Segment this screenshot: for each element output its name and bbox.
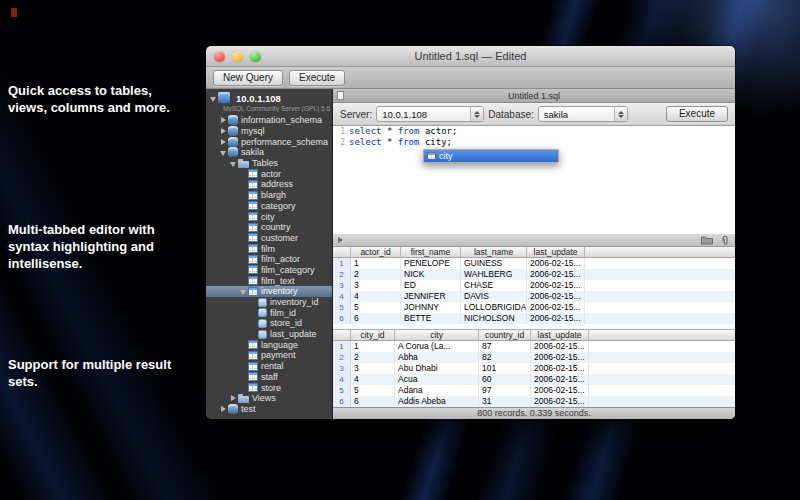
table-row[interactable]: 66BETTENICHOLSON2006-02-15... — [333, 313, 735, 324]
column-header[interactable]: first_name — [401, 247, 461, 258]
table-cell-filler — [585, 291, 735, 302]
table-icon — [248, 180, 258, 189]
tree-item-blargh[interactable]: blargh — [206, 190, 332, 201]
column-header[interactable]: city_id — [351, 330, 395, 341]
tree-item-performance_schema[interactable]: performance_schema — [206, 136, 332, 147]
tree-item-rental[interactable]: rental — [206, 361, 332, 372]
table-icon — [248, 212, 258, 221]
tree-item-film_id[interactable]: film_id — [206, 307, 332, 318]
tree-item-film_category[interactable]: film_category — [206, 265, 332, 276]
column-header[interactable]: last_name — [461, 247, 527, 258]
line-number: 1 — [333, 126, 349, 137]
tree-item-customer[interactable]: customer — [206, 233, 332, 244]
tree-item-sakila[interactable]: sakila — [206, 147, 332, 158]
table-row[interactable]: 44JENNIFERDAVIS2006-02-15... — [333, 291, 735, 302]
tree-item-actor[interactable]: actor — [206, 168, 332, 179]
row-number: 2 — [333, 352, 351, 363]
server-dropdown[interactable]: 10.0.1.108 — [376, 106, 484, 122]
autocomplete-item[interactable]: city — [424, 150, 558, 162]
disclosure-collapsed-icon[interactable] — [229, 394, 238, 403]
caption-quick-access: Quick access to tables, views, columns a… — [8, 82, 193, 116]
sql-editor[interactable]: 1select * from actor;2select * from city… — [333, 126, 735, 234]
disclosure-collapsed-icon[interactable] — [219, 127, 228, 136]
table-cell: CHASE — [461, 280, 527, 291]
column-header[interactable]: country_id — [479, 330, 531, 341]
table-row[interactable]: 44Acua602006-02-15... — [333, 374, 735, 385]
disclosure-expanded-icon[interactable] — [229, 159, 238, 168]
dropdown-arrows-icon — [614, 107, 627, 121]
tree-item-label: test — [241, 404, 256, 414]
column-header[interactable]: actor_id — [351, 247, 401, 258]
tree-item-country[interactable]: country — [206, 222, 332, 233]
table-row[interactable]: 66Addis Abeba312006-02-15... — [333, 396, 735, 407]
table-cell-filler — [585, 302, 735, 313]
table-icon — [248, 233, 258, 242]
app-window: Untitled 1.sql — Edited New Query Execut… — [206, 46, 735, 418]
tree-item-information_schema[interactable]: information_schema — [206, 115, 332, 126]
tree-item-Views[interactable]: Views — [206, 393, 332, 404]
tree-indent-spacer — [239, 362, 248, 371]
tree-item-inventory_id[interactable]: inventory_id — [206, 297, 332, 308]
window-titlebar[interactable]: Untitled 1.sql — Edited — [206, 46, 735, 67]
tree-item-language[interactable]: language — [206, 339, 332, 350]
table-row[interactable]: 11PENELOPEGUINESS2006-02-15... — [333, 258, 735, 269]
db-icon — [228, 404, 238, 414]
toolbar-execute-button[interactable]: Execute — [289, 70, 345, 86]
code-token: select — [349, 137, 382, 148]
table-cell: 60 — [479, 374, 531, 385]
tree-item-category[interactable]: category — [206, 201, 332, 212]
new-query-button[interactable]: New Query — [213, 70, 283, 86]
column-icon — [258, 319, 267, 328]
tree-item-film_actor[interactable]: film_actor — [206, 254, 332, 265]
table-row[interactable]: 33EDCHASE2006-02-15... — [333, 280, 735, 291]
table-row[interactable]: 33Abu Dhabi1012006-02-15... — [333, 363, 735, 374]
tree-item-payment[interactable]: payment — [206, 350, 332, 361]
disclosure-collapsed-icon[interactable] — [219, 137, 228, 146]
tree-indent-spacer — [239, 223, 248, 232]
tree-item-address[interactable]: address — [206, 179, 332, 190]
autocomplete-label: city — [439, 151, 453, 161]
server-tree-header[interactable]: 10.0.1.108 MySQL Community Server (GPL) … — [206, 89, 332, 113]
database-dropdown[interactable]: sakila — [538, 106, 628, 122]
tab-title[interactable]: Untitled 1.sql — [333, 91, 735, 101]
tree-item-film_text[interactable]: film_text — [206, 275, 332, 286]
tree-item-mysql[interactable]: mysql — [206, 126, 332, 137]
tree-item-inventory[interactable]: inventory — [206, 286, 332, 297]
table-cell: WAHLBERG — [461, 269, 527, 280]
disclosure-expanded-icon[interactable] — [219, 148, 228, 157]
paperclip-icon[interactable] — [720, 235, 730, 246]
editor-line[interactable]: 2select * from city; — [333, 137, 735, 148]
table-row[interactable]: 55Adana972006-02-15... — [333, 385, 735, 396]
table-row[interactable]: 22NICKWAHLBERG2006-02-15... — [333, 269, 735, 280]
tree-item-city[interactable]: city — [206, 211, 332, 222]
result-table: city_idcitycountry_idlast_update11A Coru… — [333, 329, 735, 407]
folder-icon[interactable] — [701, 236, 713, 245]
execute-query-button[interactable]: Execute — [666, 106, 728, 122]
table-row[interactable]: 11A Corua (La...872006-02-15... — [333, 341, 735, 352]
column-header[interactable]: last_update — [531, 330, 589, 341]
tree-item-store_id[interactable]: store_id — [206, 318, 332, 329]
table-row[interactable]: 55JOHNNYLOLLOBRIGIDA2006-02-15... — [333, 302, 735, 313]
tree-item-label: film_id — [270, 308, 296, 318]
results-expand-triangle-icon[interactable] — [338, 237, 343, 243]
tree-item-film[interactable]: film — [206, 243, 332, 254]
disclosure-expanded-icon[interactable] — [239, 287, 248, 296]
column-header[interactable]: last_update — [527, 247, 585, 258]
disclosure-expanded-icon[interactable] — [209, 94, 218, 103]
tree-item-test[interactable]: test — [206, 404, 332, 415]
table-row[interactable]: 22Abha822006-02-15... — [333, 352, 735, 363]
results-toolbar — [333, 234, 735, 247]
table-icon — [248, 351, 258, 360]
code-token: select — [349, 126, 382, 137]
table-cell-filler — [589, 341, 735, 352]
tree-item-store[interactable]: store — [206, 382, 332, 393]
tree-item-label: film — [261, 244, 275, 254]
table-cell: 3 — [351, 363, 395, 374]
disclosure-collapsed-icon[interactable] — [219, 116, 228, 125]
column-header[interactable]: city — [395, 330, 479, 341]
editor-line[interactable]: 1select * from actor; — [333, 126, 735, 137]
tree-item-Tables[interactable]: Tables — [206, 158, 332, 169]
disclosure-collapsed-icon[interactable] — [219, 404, 228, 413]
tree-item-last_update[interactable]: last_update — [206, 329, 332, 340]
tree-item-staff[interactable]: staff — [206, 372, 332, 383]
